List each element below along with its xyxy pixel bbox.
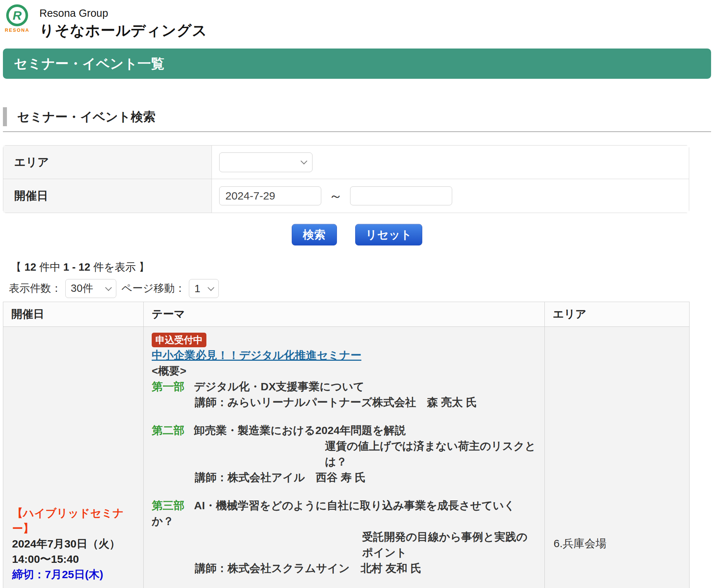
page-select[interactable]: 1 [189, 279, 219, 298]
header-theme: テーマ [144, 302, 545, 327]
search-button[interactable]: 検索 [292, 224, 337, 245]
part-subtitle: 受託開発の目線から事例と実践のポイント [152, 529, 537, 560]
per-page-value: 30件 [71, 281, 93, 296]
resona-caption: RESONA [4, 27, 30, 33]
seminar-title-link[interactable]: 中小企業必見！！デジタル化推進セミナー [152, 349, 361, 361]
area-label: エリア [3, 146, 212, 179]
per-page-label: 表示件数： [9, 281, 62, 296]
resona-r-glyph: R [13, 9, 22, 22]
list-controls: 表示件数： 30件 ページ移動： 1 [9, 279, 714, 298]
chevron-down-icon [300, 158, 307, 164]
part-title: 卸売業・製造業における2024年問題を解説 [194, 424, 405, 436]
event-day: 2024年7月30日（火） [12, 536, 143, 552]
event-type: 【ハイブリッドセミナー】 [12, 506, 143, 536]
seminar-part-2: 第二部卸売業・製造業における2024年問題を解説 運賃の値上げでは済まない荷主の… [152, 422, 537, 485]
summary-end: 件を表示 】 [90, 261, 150, 273]
part-lecturer: 講師：みらいリーナルパートナーズ株式会社 森 亮太 氏 [152, 394, 537, 410]
page-value: 1 [194, 283, 200, 295]
summary-range: 1 - 12 [63, 261, 90, 273]
resona-logo: R RESONA [4, 4, 30, 33]
date-to-input[interactable] [350, 186, 452, 205]
resona-circle-icon: R [6, 4, 28, 26]
seminar-part-1: 第一部デジタル化・DX支援事業について 講師：みらいリーナルパートナーズ株式会社… [152, 379, 537, 410]
search-form: エリア 開催日 ～ [3, 145, 689, 213]
event-time: 14:00〜15:40 [12, 552, 143, 567]
part-number: 第二部 [152, 424, 185, 436]
date-range-separator: ～ [329, 188, 342, 204]
page-title: セミナー・イベント一覧 [3, 49, 711, 79]
event-area-cell: 6.兵庫会場 [545, 327, 690, 588]
results-header-row: 開催日 テーマ エリア [3, 302, 690, 327]
table-row: 【ハイブリッドセミナー】 2024年7月30日（火） 14:00〜15:40 締… [3, 327, 690, 588]
search-section-heading-wrap: セミナー・イベント検索 [3, 107, 711, 132]
status-badge: 申込受付中 [152, 333, 206, 347]
part-title: AI・機械学習をどのように自社に取り込み事業を成長させていくか？ [152, 499, 515, 527]
part-number: 第三部 [152, 499, 185, 511]
results-table: 開催日 テーマ エリア 【ハイブリッドセミナー】 2024年7月30日（火） 1… [3, 302, 690, 588]
area-select[interactable] [219, 152, 313, 172]
search-section-heading: セミナー・イベント検索 [3, 107, 711, 126]
search-actions: 検索 リセット [0, 224, 714, 245]
part-lecturer: 講師：株式会社スクラムサイン 北村 友和 氏 [152, 560, 537, 576]
event-theme-cell: 申込受付中 中小企業必見！！デジタル化推進セミナー <概要> 第一部デジタル化・… [144, 327, 545, 588]
event-date-cell: 【ハイブリッドセミナー】 2024年7月30日（火） 14:00〜15:40 締… [3, 327, 144, 588]
date-label: 開催日 [3, 179, 212, 213]
part-subtitle: 運賃の値上げでは済まない荷主のリスクとは？ [152, 438, 537, 469]
page-move-label: ページ移動： [121, 281, 185, 296]
seminar-part-3: 第三部AI・機械学習をどのように自社に取り込み事業を成長させていくか？ 受託開発… [152, 498, 537, 576]
header-date: 開催日 [3, 302, 144, 327]
header-area: エリア [545, 302, 690, 327]
part-number: 第一部 [152, 380, 185, 392]
logo-group-ja: りそなホールディングス [39, 20, 207, 40]
overview-label: <概要> [152, 363, 537, 379]
result-summary: 【 12 件中 1 - 12 件を表示 】 [11, 260, 714, 275]
summary-open: 【 [11, 261, 24, 273]
reset-button[interactable]: リセット [355, 224, 423, 245]
part-lecturer: 講師：株式会社アイル 西谷 寿 氏 [152, 469, 537, 485]
summary-total: 12 [24, 261, 36, 273]
summary-mid: 件中 [36, 261, 63, 273]
chevron-down-icon [105, 284, 112, 291]
site-header: R RESONA Resona Group りそなホールディングス [0, 0, 714, 44]
event-deadline: 締切：7月25日(木) [12, 567, 143, 582]
part-title: デジタル化・DX支援事業について [194, 380, 364, 392]
chevron-down-icon [208, 284, 214, 291]
per-page-select[interactable]: 30件 [65, 279, 116, 298]
date-from-input[interactable] [219, 186, 321, 205]
logo-text: Resona Group りそなホールディングス [39, 4, 207, 40]
logo-group-en: Resona Group [39, 7, 207, 19]
